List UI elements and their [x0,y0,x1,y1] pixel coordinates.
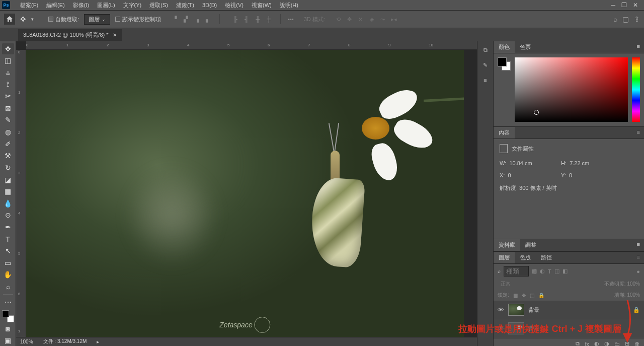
frame-tool[interactable]: ⊠ [2,103,14,114]
filter-smart-icon[interactable]: ◧ [562,268,568,274]
clone-stamp-tool[interactable]: ⚒ [2,150,14,161]
move-tool[interactable]: ✥ [2,43,14,54]
ruler-horizontal[interactable]: 012345678910 [26,41,477,50]
color-swatches[interactable] [2,310,14,322]
menu-layer[interactable]: 圖層(L) [93,2,119,9]
dropdown-arrow-icon[interactable]: ▾ [31,17,34,22]
tab-close-icon[interactable]: ✕ [113,32,117,38]
tab-properties[interactable]: 內容 [494,127,515,139]
healing-tool[interactable]: ◍ [2,126,14,137]
screenmode-icon[interactable]: ▣ [2,335,14,346]
menu-image[interactable]: 影像(I) [69,2,93,9]
color-swatch-mini[interactable] [498,57,511,71]
layer-name[interactable]: 背景 [528,306,539,314]
eyedropper-tool[interactable]: ✎ [2,115,14,126]
link-layers-icon[interactable]: ⧉ [576,340,580,346]
ruler-vertical[interactable]: 01234567 [16,50,26,337]
menu-view[interactable]: 檢視(V) [221,2,248,9]
visibility-icon[interactable]: 👁 [498,306,504,314]
tab-library[interactable]: 資料庫 [494,239,520,251]
menu-edit[interactable]: 編輯(E) [42,2,69,9]
home-button[interactable] [4,14,15,25]
distribute-vcenter-icon[interactable]: ╢ [242,15,251,24]
close-icon[interactable]: ✕ [633,2,638,9]
show-transform-checkbox[interactable]: 顯示變形控制項 [115,16,161,23]
new-fill-icon[interactable]: ◑ [604,340,609,346]
quickmask-icon[interactable]: ◙ [2,323,14,334]
hand-tool[interactable]: ✋ [2,269,14,281]
minimize-icon[interactable]: ─ [611,2,615,9]
adjustments-panel-icon[interactable]: ≡ [481,76,490,85]
marquee-tool[interactable]: ◫ [2,55,14,66]
lasso-tool[interactable]: ⥿ [2,67,14,78]
zoom-tool[interactable]: ⌕ [2,281,14,292]
layer-filter-input[interactable] [504,266,529,276]
filter-pixel-icon[interactable]: ▩ [532,268,537,274]
status-arrow-icon[interactable]: ▸ [97,339,99,344]
pen-tool[interactable]: ✒ [2,222,14,233]
auto-select-target-dropdown[interactable]: 圖層 ⌄ [84,14,110,25]
menu-window[interactable]: 視窗(W) [248,2,276,9]
maximize-icon[interactable]: ❐ [621,2,627,9]
distribute-left-icon[interactable]: ╪ [264,15,273,24]
tab-adjustments[interactable]: 調整 [520,239,541,251]
document-tab[interactable]: 3L8A0186.CR2 @ 100% (明亮/8) * ✕ [18,29,122,41]
layer-style-icon[interactable]: fx [585,341,589,347]
filter-adjust-icon[interactable]: ◐ [540,268,545,274]
blur-tool[interactable]: 💧 [2,198,14,209]
search-icon[interactable]: ⌕ [613,15,617,23]
new-group-icon[interactable]: 🗀 [614,341,620,347]
menu-filter[interactable]: 濾鏡(T) [172,2,198,9]
brush-panel-icon[interactable]: ✎ [481,60,490,70]
history-brush-tool[interactable]: ↻ [2,162,14,173]
quick-select-tool[interactable]: ⟟ [2,79,14,90]
tab-swatches[interactable]: 色票 [515,41,536,53]
lock-artboard-icon[interactable]: ⬚ [530,293,534,298]
panel-menu-icon[interactable]: ≡ [633,41,644,53]
doc-info[interactable]: 文件 : 3.12M/3.12M [43,338,87,345]
panel-menu-icon[interactable]: ≡ [633,252,644,263]
tab-channels[interactable]: 色版 [515,252,536,263]
tab-layers[interactable]: 圖層 [494,252,515,263]
align-bottom-icon[interactable]: ▗ [192,15,201,24]
panel-menu-icon[interactable]: ≡ [633,239,644,251]
menu-3d[interactable]: 3D(D) [198,2,221,8]
edit-toolbar-icon[interactable]: ⋯ [2,297,14,308]
auto-select-checkbox[interactable]: 自動選取: [48,16,79,23]
align-left-icon[interactable]: ▖ [203,15,212,24]
shape-tool[interactable]: ▭ [2,257,14,268]
history-panel-icon[interactable]: ⧉ [481,45,490,54]
tab-color[interactable]: 顏色 [494,41,515,53]
filter-shape-icon[interactable]: ◫ [554,268,559,274]
dodge-tool[interactable]: ⊙ [2,210,14,221]
menu-help[interactable]: 說明(H) [276,2,302,9]
eraser-tool[interactable]: ◪ [2,174,14,185]
lock-pixels-icon[interactable]: ▩ [513,293,518,298]
share-icon[interactable]: ⇪ [634,15,640,23]
menu-type[interactable]: 文字(Y) [119,2,146,9]
path-select-tool[interactable]: ↖ [2,245,14,256]
layer-thumbnail[interactable] [508,304,524,316]
type-tool[interactable]: T [2,234,14,245]
document-image[interactable]: Zetaspace [26,50,464,337]
distribute-top-icon[interactable]: ╟ [231,15,240,24]
menu-select[interactable]: 選取(S) [145,2,172,9]
color-picker-field[interactable] [515,57,628,122]
lock-all-icon[interactable]: 🔒 [538,293,544,298]
filter-toggle-icon[interactable]: ● [636,268,640,274]
hue-slider[interactable] [632,57,640,122]
gradient-tool[interactable]: ▦ [2,186,14,197]
zoom-level[interactable]: 100% [20,339,33,344]
delete-layer-icon[interactable]: 🗑 [634,341,640,347]
lock-position-icon[interactable]: ✥ [522,293,526,298]
quick-layout-icon[interactable]: ▢ [622,15,629,23]
panel-menu-icon[interactable]: ≡ [633,127,644,139]
align-top-icon[interactable]: ▝ [170,15,179,24]
distribute-bottom-icon[interactable]: ╫ [253,15,262,24]
brush-tool[interactable]: ✐ [2,139,14,150]
crop-tool[interactable]: ✂ [2,91,14,102]
filter-type-icon[interactable]: T [548,268,551,274]
align-vcenter-icon[interactable]: ▞ [181,15,190,24]
tab-paths[interactable]: 路徑 [536,252,557,263]
canvas[interactable]: Zetaspace [26,50,477,337]
